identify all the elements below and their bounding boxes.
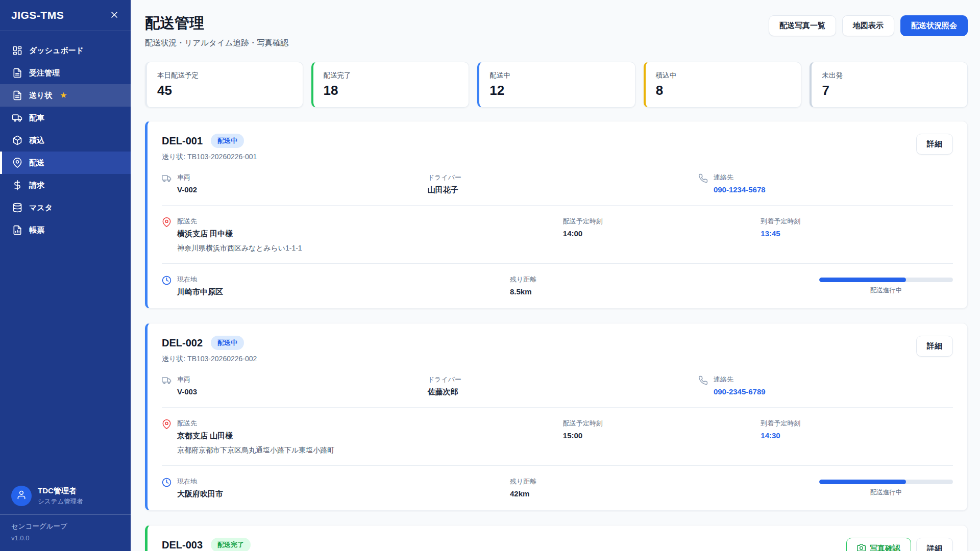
field-value[interactable]: 090-2345-6789 — [714, 387, 766, 396]
stat-value: 18 — [324, 83, 459, 98]
sidebar-item-dashboard[interactable]: ダッシュボード — [0, 39, 131, 62]
card-field: 配送先 京都支店 山田様 京都府京都市下京区烏丸通塩小路下ル東塩小路町 — [162, 419, 563, 455]
database-icon — [12, 203, 22, 213]
user-info[interactable]: TDC管理者 システム管理者 — [0, 478, 131, 514]
field-value: 横浜支店 田中様 — [177, 229, 302, 239]
app-logo: JIGS-TMS — [11, 9, 64, 21]
truck-icon — [162, 375, 172, 385]
photo-list-button[interactable]: 配送写真一覧 — [769, 15, 836, 36]
camera-icon — [857, 543, 866, 551]
field-value[interactable]: 090-1234-5678 — [714, 185, 766, 194]
status-badge: 配送完了 — [211, 538, 251, 551]
stat-card: 本日配送予定45 — [145, 62, 303, 108]
card-field: 到着予定時刻 13:45 — [761, 217, 953, 253]
card-field: 配送先 横浜支店 田中様 神奈川県横浜市西区みなとみらい1-1-1 — [162, 217, 563, 253]
card-field: 残り距離 8.5km — [510, 275, 819, 297]
stat-label: 未出発 — [822, 71, 957, 80]
card-field: 現在地 大阪府吹田市 — [162, 477, 510, 499]
stat-label: 本日配送予定 — [157, 71, 292, 80]
sidebar-item-label: 受注管理 — [29, 68, 60, 78]
star-icon: ★ — [60, 91, 67, 99]
page-title: 配送管理 — [145, 13, 288, 34]
card-field: 到着予定時刻 14:30 — [761, 419, 953, 455]
truck-icon — [162, 173, 172, 183]
sidebar-footer: センコーグループ v1.0.0 — [0, 514, 131, 551]
sidebar-nav: ダッシュボード受注管理送り状★配車積込配送請求マスタ帳票 — [0, 31, 131, 241]
user-name: TDC管理者 — [38, 486, 83, 496]
delivery-id: DEL-001 — [162, 135, 203, 147]
field-value: 川崎市中原区 — [177, 287, 223, 297]
map-view-button[interactable]: 地図表示 — [842, 15, 894, 36]
sidebar-item-delivery[interactable]: 配送 — [0, 152, 131, 174]
field-value: 大阪府吹田市 — [177, 489, 223, 499]
sidebar-item-orders[interactable]: 受注管理 — [0, 62, 131, 84]
waybill-number: 送り状: TB103-20260226-002 — [162, 355, 257, 364]
field-value: V-003 — [177, 387, 197, 396]
sidebar-item-reports[interactable]: 帳票 — [0, 219, 131, 241]
sidebar-item-billing[interactable]: 請求 — [0, 174, 131, 196]
field-label: 配送先 — [177, 419, 334, 428]
delivery-card: DEL-003 配送完了 送り状: TB103-20260226-005 写真確… — [145, 525, 968, 551]
delivery-id: DEL-003 — [162, 539, 203, 551]
card-field: ドライバー 山田花子 — [428, 173, 698, 195]
field-value: 13:45 — [761, 229, 800, 238]
sidebar-item-label: 送り状 — [29, 91, 52, 101]
document-icon — [12, 90, 22, 101]
photo-confirm-button[interactable]: 写真確認 — [846, 538, 911, 551]
delivery-progress: 配送進行中 — [819, 477, 953, 499]
avatar — [11, 486, 32, 506]
card-field: 車両 V-002 — [162, 173, 428, 195]
sidebar-item-label: 積込 — [29, 136, 44, 145]
field-label: 連絡先 — [714, 375, 766, 384]
card-header: DEL-003 配送完了 送り状: TB103-20260226-005 写真確… — [162, 538, 953, 551]
progress-label: 配送進行中 — [819, 286, 953, 295]
truck-icon — [12, 113, 22, 123]
card-field: 配送予定時刻 14:00 — [563, 217, 761, 253]
current-status-row: 現在地 大阪府吹田市 残り距離 42km 配送進行中 — [162, 477, 953, 499]
close-icon — [109, 10, 119, 21]
destination-address: 京都府京都市下京区烏丸通塩小路下ル東塩小路町 — [177, 446, 334, 455]
field-label: ドライバー — [428, 173, 461, 182]
sidebar-item-dispatch[interactable]: 配車 — [0, 107, 131, 129]
field-value: 8.5km — [510, 287, 536, 296]
destination-address: 神奈川県横浜市西区みなとみらい1-1-1 — [177, 244, 302, 253]
detail-button[interactable]: 詳細 — [916, 538, 953, 551]
field-value: V-002 — [177, 185, 197, 194]
card-field: 連絡先 090-1234-5678 — [698, 173, 953, 195]
sidebar-item-master[interactable]: マスタ — [0, 196, 131, 219]
sidebar-item-loading[interactable]: 積込 — [0, 129, 131, 152]
sidebar-item-label: 帳票 — [29, 226, 44, 235]
field-value: 42km — [510, 489, 536, 498]
stat-card: 積込中8 — [644, 62, 802, 108]
field-label: 現在地 — [177, 477, 223, 486]
destination-row: 配送先 横浜支店 田中様 神奈川県横浜市西区みなとみらい1-1-1 配送予定時刻… — [162, 217, 953, 253]
field-value: 山田花子 — [428, 185, 461, 195]
card-header: DEL-001 配送中 送り状: TB103-20260226-001 詳細 — [162, 134, 953, 162]
card-field: 残り距離 42km — [510, 477, 819, 499]
card-field: 現在地 川崎市中原区 — [162, 275, 510, 297]
delivery-status-button[interactable]: 配送状況照会 — [900, 15, 968, 36]
stat-label: 積込中 — [656, 71, 791, 80]
sidebar: JIGS-TMS ダッシュボード受注管理送り状★配車積込配送請求マスタ帳票 TD… — [0, 0, 131, 551]
sidebar-item-label: マスタ — [29, 203, 53, 213]
sidebar-item-waybill[interactable]: 送り状★ — [0, 84, 131, 107]
document-icon — [12, 68, 22, 78]
vehicle-driver-row: 車両 V-003 ドライバー 佐藤次郎 連絡先 090-2345-6789 — [162, 375, 953, 397]
stat-value: 8 — [656, 83, 791, 98]
detail-button[interactable]: 詳細 — [916, 134, 953, 155]
phone-icon — [698, 375, 708, 385]
detail-button[interactable]: 詳細 — [916, 336, 953, 357]
field-value: 14:00 — [563, 229, 603, 238]
sidebar-close-button[interactable] — [109, 10, 119, 21]
sidebar-bottom: TDC管理者 システム管理者 センコーグループ v1.0.0 — [0, 478, 131, 551]
sidebar-header: JIGS-TMS — [0, 0, 131, 31]
sidebar-item-label: 配車 — [29, 113, 44, 123]
current-status-row: 現在地 川崎市中原区 残り距離 8.5km 配送進行中 — [162, 275, 953, 297]
stat-value: 12 — [489, 83, 625, 98]
package-icon — [12, 135, 22, 145]
field-label: 配送先 — [177, 217, 302, 226]
delivery-card: DEL-002 配送中 送り状: TB103-20260226-002 詳細 車… — [145, 323, 968, 511]
map-pin-icon — [12, 158, 22, 168]
progress-bar — [819, 480, 953, 484]
map-pin-icon — [162, 217, 172, 227]
